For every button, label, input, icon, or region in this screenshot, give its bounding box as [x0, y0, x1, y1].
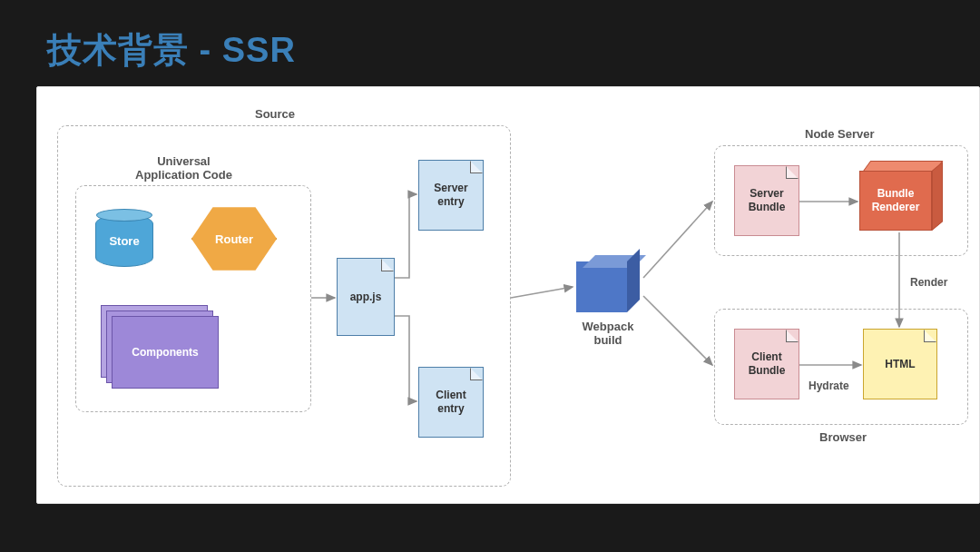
webpack-label: Webpack build — [576, 320, 640, 347]
bundle-renderer-label: Bundle Renderer — [872, 187, 920, 214]
slide-title: 技术背景 - SSR — [47, 27, 944, 74]
group-node-server-label: Node Server — [805, 127, 875, 141]
html-node: HTML — [863, 329, 937, 399]
components-label: Components — [132, 346, 198, 359]
client-bundle-node: Client Bundle — [734, 329, 799, 399]
appjs-node: app.js — [337, 258, 395, 336]
appjs-label: app.js — [350, 291, 382, 304]
slide: 技术背景 - SSR Source Universal Application … — [0, 0, 980, 552]
router-label: Router — [215, 232, 253, 246]
server-bundle-node: Server Bundle — [734, 165, 799, 236]
server-bundle-label: Server Bundle — [749, 187, 786, 214]
store-node: Store — [95, 214, 153, 267]
diagram-canvas: Source Universal Application Code Store … — [36, 86, 980, 504]
html-label: HTML — [885, 358, 915, 371]
group-universal-label: Universal Application Code — [135, 154, 232, 182]
edge-render-label: Render — [910, 276, 947, 289]
client-entry-label: Client entry — [436, 389, 466, 416]
client-entry-node: Client entry — [418, 367, 484, 438]
group-source-label: Source — [255, 107, 295, 121]
edge-hydrate-label: Hydrate — [808, 380, 849, 392]
group-browser-label: Browser — [819, 430, 867, 444]
store-label: Store — [109, 234, 139, 248]
components-node: Components — [101, 305, 219, 389]
client-bundle-label: Client Bundle — [749, 350, 786, 378]
server-entry-label: Server entry — [434, 182, 467, 209]
server-entry-node: Server entry — [418, 160, 484, 231]
